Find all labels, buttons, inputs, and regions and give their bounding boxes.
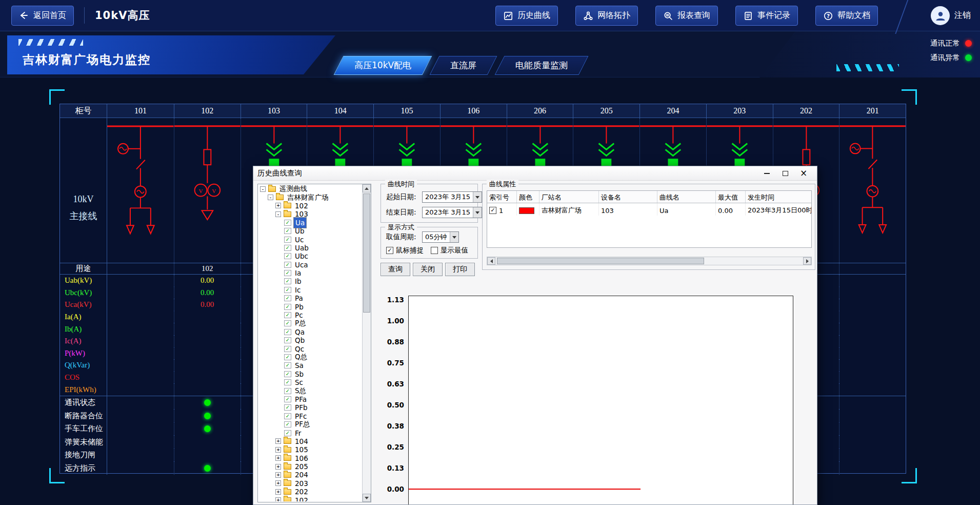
tree-item-202[interactable]: +202 <box>258 488 362 496</box>
tree-expander-icon[interactable]: + <box>275 464 281 470</box>
tree-item-Ia[interactable]: ✓Ia <box>258 269 362 277</box>
tree-expander-icon[interactable]: + <box>275 472 281 478</box>
tree-expander-icon[interactable]: + <box>275 455 281 461</box>
tree-item-Ic[interactable]: ✓Ic <box>258 286 362 294</box>
curve-check-icon: ✓ <box>284 354 291 360</box>
tree-expander-icon[interactable]: + <box>275 438 281 444</box>
tree-item-遥测曲线[interactable]: -遥测曲线 <box>258 185 362 193</box>
tab-高压10kV配电[interactable]: 高压10kV配电 <box>334 56 432 75</box>
index-value: 1 <box>499 207 503 215</box>
tab-label: 电能质量监测 <box>515 60 568 71</box>
tree-item-Pb[interactable]: ✓Pb <box>258 302 362 310</box>
tree-expander-icon[interactable]: + <box>275 489 281 495</box>
dialog-button-查询[interactable]: 查询 <box>381 263 410 276</box>
attr-table-hscrollbar[interactable] <box>487 257 812 265</box>
chevron-down-icon[interactable] <box>473 207 482 218</box>
maximize-button[interactable] <box>776 167 794 180</box>
tree-scrollbar[interactable] <box>362 184 371 502</box>
tab-直流屏[interactable]: 直流屏 <box>430 56 497 75</box>
checkbox-显示最值[interactable]: ✓显示最值 <box>431 246 468 255</box>
nav-history-curve-button[interactable]: 历史曲线 <box>495 6 558 26</box>
tree-item-203[interactable]: +203 <box>258 479 362 488</box>
tree-item-106[interactable]: +106 <box>258 454 362 462</box>
tree-expander-icon[interactable]: - <box>268 195 273 200</box>
nav-help-doc-button[interactable]: ?帮助文档 <box>815 6 878 26</box>
tree-item-Uca[interactable]: ✓Uca <box>258 261 362 269</box>
chevron-down-icon[interactable] <box>450 232 458 242</box>
tree-item-PFa[interactable]: ✓PFa <box>258 395 362 403</box>
scrollbar-thumb[interactable] <box>363 193 370 313</box>
checkbox-鼠标捕捉[interactable]: ✓鼠标捕捉 <box>386 246 424 255</box>
close-button[interactable]: × <box>794 167 813 180</box>
window-controls: × <box>757 167 813 180</box>
tree-item-Ib[interactable]: ✓Ib <box>258 277 362 285</box>
tree-item-P总[interactable]: ✓P总 <box>258 319 362 327</box>
curve-check-icon: ✓ <box>284 295 291 301</box>
scrollbar-thumb[interactable] <box>497 258 704 264</box>
tree-item-label: Pb <box>293 303 305 311</box>
tree-item-Pc[interactable]: ✓Pc <box>258 311 362 319</box>
tree-item-102[interactable]: +102 <box>258 202 362 210</box>
tree-item-Sb[interactable]: ✓Sb <box>258 370 362 378</box>
tree-item-Qc[interactable]: ✓Qc <box>258 344 362 353</box>
tree-expander-icon[interactable]: - <box>260 186 266 192</box>
tree-item-Uab[interactable]: ✓Uab <box>258 244 362 252</box>
sld-cell <box>107 359 174 372</box>
dialog-titlebar[interactable]: 历史曲线查询 × <box>253 166 817 181</box>
tree-item-Pa[interactable]: ✓Pa <box>258 294 362 302</box>
tree-item-104[interactable]: +104 <box>258 437 362 445</box>
dialog-button-关闭[interactable]: 关闭 <box>413 263 443 276</box>
tree-item-Q总[interactable]: ✓Q总 <box>258 353 362 361</box>
tree-item-Qa[interactable]: ✓Qa <box>258 328 362 336</box>
scroll-up-button[interactable] <box>363 184 371 192</box>
curve-time-group: 曲线时间 起始日期: 2023年 3月15 结束日期: 2023年 3月15 <box>381 184 478 223</box>
avatar-icon[interactable] <box>931 6 950 25</box>
tree-item-Ub[interactable]: ✓Ub <box>258 227 362 235</box>
nav-network-topology-button[interactable]: 网络拓扑 <box>575 6 638 26</box>
checkbox-icon[interactable]: ✓ <box>386 247 393 254</box>
tree-expander-icon[interactable]: + <box>275 447 281 453</box>
tab-电能质量监测[interactable]: 电能质量监测 <box>495 56 589 75</box>
nav-event-log-button[interactable]: 事件记录 <box>735 6 798 26</box>
tree-item-103[interactable]: -103 <box>258 210 362 218</box>
tree-item-205[interactable]: +205 <box>258 462 362 471</box>
scroll-down-button[interactable] <box>363 494 371 502</box>
row-checkbox[interactable]: ✓ <box>489 207 496 214</box>
scroll-left-button[interactable] <box>487 257 495 265</box>
attr-cell-curve: Ua <box>657 203 716 216</box>
tree-item-PFb[interactable]: ✓PFb <box>258 403 362 412</box>
chevron-down-icon[interactable] <box>473 192 482 202</box>
dialog-button-打印[interactable]: 打印 <box>445 263 475 276</box>
checkbox-icon[interactable]: ✓ <box>431 247 438 254</box>
tree-item-Ubc[interactable]: ✓Ubc <box>258 252 362 260</box>
end-date-select[interactable]: 2023年 3月15 <box>422 207 482 218</box>
curve-attr-row[interactable]: ✓1吉林财富广场103Ua0.002023年3月15日00时0 <box>487 203 811 216</box>
tree-item-Sa[interactable]: ✓Sa <box>258 361 362 370</box>
tree-item-Sc[interactable]: ✓Sc <box>258 378 362 386</box>
tree-expander-icon[interactable]: + <box>275 203 281 208</box>
back-home-button[interactable]: 返回首页 <box>11 6 74 26</box>
nav-report-search-button[interactable]: 报表查询 <box>655 6 718 26</box>
tree-item-Uc[interactable]: ✓Uc <box>258 235 362 243</box>
tree-item-Fr[interactable]: ✓Fr <box>258 429 362 437</box>
tree-item-Ua[interactable]: ✓Ua <box>258 219 362 227</box>
tree-item-Qb[interactable]: ✓Qb <box>258 336 362 344</box>
tree-item-PF总[interactable]: ✓PF总 <box>258 420 362 429</box>
tree-item-204[interactable]: +204 <box>258 471 362 479</box>
tree-item-PFc[interactable]: ✓PFc <box>258 412 362 420</box>
tree-expander-icon[interactable]: + <box>275 497 281 501</box>
scroll-right-button[interactable] <box>803 257 811 265</box>
logout-button[interactable]: 注销 <box>954 10 971 21</box>
tree-expander-icon[interactable]: + <box>275 480 281 486</box>
tree-item-102[interactable]: +102 <box>258 496 362 501</box>
period-select[interactable]: 05分钟 <box>422 231 459 243</box>
tree-expander-icon[interactable]: - <box>275 211 281 217</box>
tree-item-label: P总 <box>293 319 308 328</box>
minimize-button[interactable] <box>757 167 776 180</box>
tree-item-S总[interactable]: ✓S总 <box>258 386 362 395</box>
start-date-select[interactable]: 2023年 3月15 <box>422 191 482 203</box>
tree-item-吉林财富广场[interactable]: -吉林财富广场 <box>258 193 362 201</box>
curve-check-icon: ✓ <box>284 220 291 226</box>
topbar-nav: 历史曲线网络拓扑报表查询事件记录?帮助文档 <box>495 0 878 31</box>
tree-item-105[interactable]: +105 <box>258 445 362 454</box>
